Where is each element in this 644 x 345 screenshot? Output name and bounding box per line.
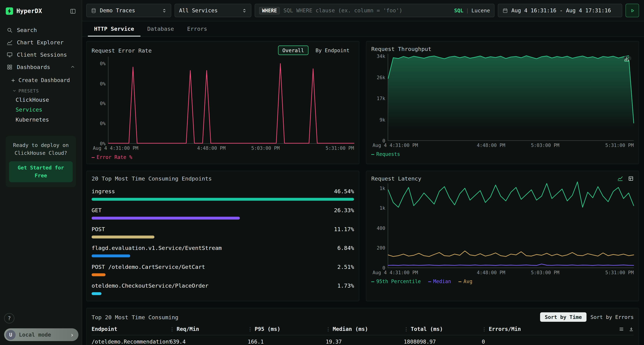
toggle-by-endpoint-button[interactable]: By Endpoint <box>311 45 354 55</box>
column-header-p95[interactable]: ⋮P95 (ms) <box>248 326 326 332</box>
plot-area[interactable] <box>388 54 634 141</box>
user-menu[interactable]: U Local mode › <box>4 328 78 341</box>
sidebar-item-client-sessions[interactable]: Client Sessions <box>0 48 82 61</box>
list-item[interactable]: POST11.17% <box>92 226 354 239</box>
date-range-picker[interactable]: Aug 4 16:31:16 - Aug 4 17:31:16 <box>498 4 622 17</box>
column-header-reqmin[interactable]: ⋮Req/Min <box>170 326 248 332</box>
x-tick-label: 4:48:00 PM <box>477 142 505 148</box>
lucene-mode-button[interactable]: Lucene <box>471 7 490 13</box>
y-tick-label: 34k <box>377 53 385 59</box>
grip-icon: ⋮ <box>482 326 487 332</box>
sort-by-time-button[interactable]: Sort by Time <box>540 312 586 322</box>
search-icon <box>6 27 13 33</box>
panel-top-time-consuming-table: Top 20 Most Time Consuming Sort by Time … <box>86 308 639 345</box>
cell-median: 19.37 <box>326 339 404 345</box>
search-placeholder: SQL WHERE clause (ex. column = 'foo') <box>283 7 450 13</box>
search-input[interactable]: WHERE SQL WHERE clause (ex. column = 'fo… <box>254 4 494 17</box>
endpoint-bar <box>92 292 102 295</box>
endpoint-label: POST <box>92 226 105 232</box>
y-axis: 1k1k4002000 <box>371 183 388 268</box>
plot-area[interactable] <box>108 57 354 144</box>
presets-toggle[interactable]: PRESETS <box>0 86 82 95</box>
list-item[interactable]: POST /oteldemo.CartService/GetCart2.51% <box>92 264 354 276</box>
promo-text-line1: Ready to deploy on <box>9 141 73 149</box>
dashboard-grid-icon <box>6 64 13 70</box>
x-tick-label: Aug 4 4:31:00 PM <box>372 142 418 148</box>
sidebar-item-label: Dashboards <box>17 64 50 70</box>
sidebar-item-chart-explorer[interactable]: Chart Explorer <box>0 36 82 48</box>
cell-reqmin: 639.4 <box>170 339 248 345</box>
y-tick-label: 400 <box>377 225 385 231</box>
table-row[interactable]: /oteldemo.RecommendationServ 639.4 166.1… <box>92 335 634 345</box>
cell-errorsmin: 0 <box>482 339 560 345</box>
sidebar-item-kubernetes[interactable]: Kubernetes <box>0 115 82 124</box>
panel-title: Request Throughput <box>371 45 432 52</box>
sidebar-item-services[interactable]: Services <box>0 105 82 114</box>
latency-lines <box>388 183 634 268</box>
x-axis-labels: Aug 4 4:31:00 PM 4:48:00 PM 5:03:00 PM 5… <box>388 142 634 149</box>
panel-title: Request Latency <box>371 175 422 182</box>
source-select[interactable]: Demo Traces <box>86 4 171 17</box>
create-dashboard-label: Create Dashboard <box>18 77 70 83</box>
table-actions <box>619 327 634 332</box>
x-axis-labels: Aug 4 4:31:00 PM 4:48:00 PM 5:03:00 PM 5… <box>388 270 634 277</box>
tab-errors[interactable]: Errors <box>181 21 214 36</box>
tab-http-service[interactable]: HTTP Service <box>88 21 140 36</box>
sidebar-item-dashboards[interactable]: Dashboards <box>0 61 82 73</box>
list-item[interactable]: ingress46.54% <box>92 188 354 201</box>
endpoint-percent: 1.73% <box>338 283 354 289</box>
list-item[interactable]: oteldemo.CheckoutService/PlaceOrder1.73% <box>92 283 354 295</box>
hyperdx-app: HyperDX Search Chart Explorer Client Ses… <box>0 0 644 345</box>
help-button[interactable]: ? <box>4 313 14 323</box>
panel-request-error-rate: Request Error Rate Overall By Endpoint 0… <box>86 41 360 164</box>
chevron-up-icon[interactable] <box>70 64 75 69</box>
rows-icon[interactable] <box>619 327 624 332</box>
chevron-right-icon[interactable]: › <box>68 330 77 340</box>
panel-title: 20 Top Most Time Consuming Endpoints <box>92 175 212 182</box>
chart-type-switcher <box>624 56 631 60</box>
throughput-chart: 34k26k17k9k0 <box>371 54 634 141</box>
plot-area[interactable] <box>388 183 634 268</box>
sort-controls: Sort by Time Sort by Errors <box>540 312 634 322</box>
x-tick-label: Aug 4 4:31:00 PM <box>93 145 138 151</box>
get-started-button[interactable]: Get Started for Free <box>9 161 73 182</box>
sql-mode-button[interactable]: SQL <box>454 7 464 13</box>
y-tick-label: 26k <box>377 74 385 80</box>
x-tick-label: 5:03:00 PM <box>531 142 560 148</box>
play-icon <box>630 8 635 13</box>
box-chart-icon[interactable] <box>628 176 634 181</box>
download-icon[interactable] <box>629 327 634 332</box>
sidebar-item-search[interactable]: Search <box>0 24 82 36</box>
y-tick-label: 17k <box>377 96 385 101</box>
sidebar-collapse-icon[interactable] <box>70 8 76 14</box>
cell-endpoint: /oteldemo.RecommendationServ <box>92 339 170 345</box>
endpoint-bar <box>92 236 154 239</box>
run-query-button[interactable] <box>626 4 639 17</box>
column-header-errorsmin[interactable]: ⋮Errors/Min <box>482 326 560 332</box>
column-header-endpoint[interactable]: Endpoint <box>92 326 170 332</box>
divider: | <box>466 7 469 13</box>
legend-requests: —Requests <box>371 151 400 157</box>
y-tick-label: 1k <box>380 205 385 211</box>
legend-avg: —Avg <box>458 279 472 284</box>
service-select[interactable]: All Services <box>174 4 251 17</box>
bar-chart-icon[interactable] <box>624 56 630 62</box>
line-chart-icon[interactable] <box>617 176 623 181</box>
chevron-updown-icon <box>162 8 167 13</box>
column-header-median[interactable]: ⋮Median (ms) <box>326 326 404 332</box>
tab-database[interactable]: Database <box>141 21 180 36</box>
service-select-value: All Services <box>179 7 239 13</box>
y-tick-label: 200 <box>377 245 385 251</box>
endpoint-bar <box>92 273 106 276</box>
create-dashboard-button[interactable]: Create Dashboard <box>0 75 82 86</box>
sort-by-errors-button[interactable]: Sort by Errors <box>590 314 634 320</box>
y-tick-label: 0% <box>100 61 106 66</box>
sidebar-item-clickhouse[interactable]: ClickHouse <box>0 95 82 105</box>
toggle-overall-button[interactable]: Overall <box>278 45 308 55</box>
list-item[interactable]: flagd.evaluation.v1.Service/EventStream6… <box>92 245 354 257</box>
list-item[interactable]: GET26.33% <box>92 207 354 220</box>
promo-text-line2: ClickHouse Cloud? <box>9 149 73 157</box>
endpoint-percent: 46.54% <box>334 188 354 195</box>
grip-icon: ⋮ <box>170 326 174 332</box>
column-header-total[interactable]: ⋮Total (ms) <box>404 326 482 332</box>
